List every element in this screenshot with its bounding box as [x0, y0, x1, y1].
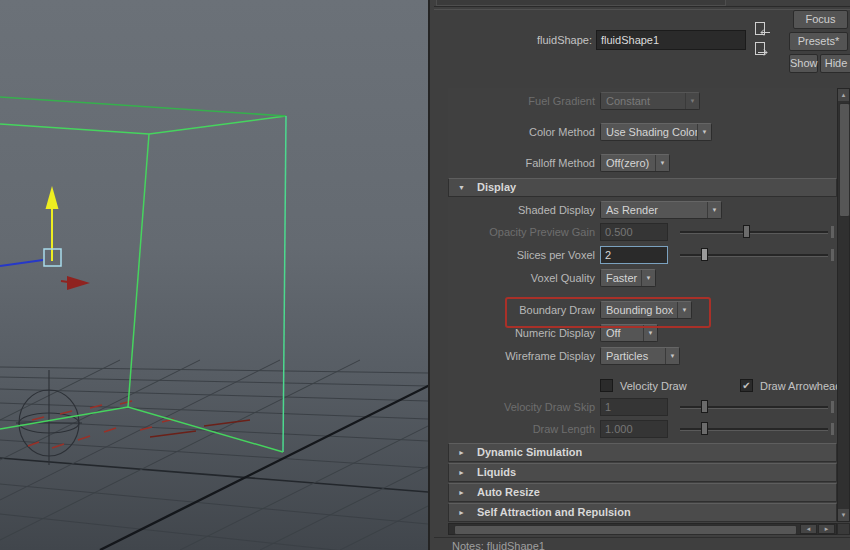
slider-handle[interactable] — [701, 400, 708, 413]
chevron-down-icon: ▼ — [665, 348, 679, 364]
footer-divider — [434, 537, 850, 538]
section-dynamic-simulation[interactable]: ► Dynamic Simulation — [448, 443, 837, 462]
falloff-method-label: Falloff Method — [449, 154, 595, 172]
chevron-down-icon: ▼ — [641, 270, 655, 286]
vertical-scrollbar[interactable]: ▲ ▼ — [837, 88, 850, 522]
color-method-dropdown[interactable]: Use Shading Color ▼ — [600, 123, 712, 141]
slider-end-notch — [831, 401, 834, 413]
wireframe-display-dropdown[interactable]: Particles ▼ — [600, 347, 680, 365]
velocity-draw-skip-field[interactable]: 1 — [600, 398, 668, 416]
maya-window: fluidShape: fluidShape1 Focus Presets* S… — [0, 0, 850, 550]
copy-tab-right-icon[interactable] — [752, 41, 774, 58]
scroll-up-icon[interactable]: ▲ — [838, 89, 849, 101]
viewport-canvas — [0, 0, 428, 550]
section-collapsed-icon: ► — [458, 444, 465, 461]
slider-handle[interactable] — [701, 248, 708, 261]
section-liquids[interactable]: ► Liquids — [448, 463, 837, 482]
fuel-gradient-value: Constant — [601, 93, 685, 109]
show-button[interactable]: Show — [789, 54, 818, 73]
slider-end-notch — [831, 249, 834, 261]
wireframe-display-value: Particles — [601, 348, 665, 364]
fuel-gradient-dropdown[interactable]: Constant ▼ — [600, 92, 700, 110]
attribute-editor-panel: fluidShape: fluidShape1 Focus Presets* S… — [428, 0, 850, 550]
chevron-down-icon: ▼ — [707, 202, 721, 218]
opacity-preview-gain-slider[interactable] — [680, 223, 828, 241]
slider-handle[interactable] — [701, 422, 708, 435]
scroll-left-icon[interactable]: ◄ — [800, 524, 817, 534]
section-collapsed-icon: ► — [458, 504, 465, 521]
section-title: Self Attraction and Repulsion — [477, 504, 631, 521]
draw-length-label: Draw Length — [449, 420, 595, 438]
hide-button[interactable]: Hide — [820, 54, 850, 73]
section-display[interactable]: ▼ Display — [448, 178, 837, 197]
velocity-draw-skip-slider[interactable] — [680, 398, 828, 416]
manipulator-z-axis[interactable] — [0, 260, 43, 266]
move-manipulator[interactable] — [0, 186, 90, 290]
voxel-quality-dropdown[interactable]: Faster ▼ — [600, 269, 656, 287]
chevron-down-icon: ▼ — [643, 325, 657, 341]
slider-groove — [680, 231, 828, 234]
opacity-preview-gain-field[interactable]: 0.500 — [600, 223, 668, 241]
fluidshape-name-field[interactable]: fluidShape1 — [596, 30, 746, 50]
shaded-display-label: Shaded Display — [449, 201, 595, 219]
section-expanded-icon: ▼ — [458, 179, 465, 196]
vertical-scrollbar-thumb[interactable] — [839, 103, 850, 217]
draw-arrowhead-label: Draw Arrowhead — [760, 377, 837, 395]
slider-end-notch — [831, 423, 834, 435]
slider-handle[interactable] — [743, 225, 750, 238]
slices-per-voxel-field[interactable]: 2 — [600, 246, 668, 264]
chevron-down-icon: ▼ — [697, 124, 711, 140]
draw-length-field[interactable]: 1.000 — [600, 420, 668, 438]
attribute-scroll-area: Fuel Gradient Constant ▼ Color Method Us… — [448, 88, 837, 536]
opacity-preview-gain-label: Opacity Preview Gain — [449, 223, 595, 241]
shaded-display-value: As Render — [601, 202, 707, 218]
boundary-draw-dropdown[interactable]: Bounding box ▼ — [600, 301, 692, 319]
manipulator-x-arrowhead[interactable] — [67, 276, 90, 290]
wireframe-display-label: Wireframe Display — [449, 347, 595, 365]
numeric-display-dropdown[interactable]: Off ▼ — [600, 324, 658, 342]
chevron-down-icon: ▼ — [685, 93, 699, 109]
velocity-draw-checkbox[interactable] — [600, 379, 613, 392]
voxel-quality-label: Voxel Quality — [449, 269, 595, 287]
notes-partial-text: Notes: fluidShape1 — [452, 540, 545, 550]
manipulator-x-axis[interactable] — [61, 281, 68, 282]
fuel-gradient-label: Fuel Gradient — [449, 92, 595, 110]
boundary-draw-value: Bounding box — [601, 302, 677, 318]
copy-tab-left-icon[interactable] — [752, 21, 774, 38]
falloff-method-value: Off(zero) — [601, 155, 655, 171]
section-collapsed-icon: ► — [458, 484, 465, 501]
color-method-label: Color Method — [449, 123, 595, 141]
falloff-method-dropdown[interactable]: Off(zero) ▼ — [600, 154, 670, 172]
velocity-draw-skip-label: Velocity Draw Skip — [449, 398, 595, 416]
numeric-display-label: Numeric Display — [449, 324, 595, 342]
voxel-quality-value: Faster — [601, 270, 641, 286]
checkmark-icon: ✔ — [741, 380, 752, 391]
scroll-right-icon[interactable]: ► — [818, 524, 835, 534]
presets-button[interactable]: Presets* — [789, 32, 848, 51]
horizontal-scrollbar-thumb[interactable] — [454, 525, 797, 535]
section-title-display: Display — [477, 179, 516, 196]
shaded-display-dropdown[interactable]: As Render ▼ — [600, 201, 722, 219]
slices-per-voxel-label: Slices per Voxel — [449, 246, 595, 264]
focus-button[interactable]: Focus — [793, 10, 848, 29]
panel-divider — [434, 6, 850, 10]
grid-axis-z — [0, 458, 428, 492]
section-title: Dynamic Simulation — [477, 444, 582, 461]
viewport-3d[interactable] — [0, 0, 428, 550]
numeric-display-value: Off — [601, 325, 643, 341]
section-collapsed-icon: ► — [458, 464, 465, 481]
chevron-down-icon: ▼ — [677, 302, 691, 318]
draw-length-slider[interactable] — [680, 420, 828, 438]
horizontal-scrollbar[interactable]: ◄ ► — [448, 523, 837, 535]
scrollbar-corner — [837, 523, 850, 535]
grid-axis-x — [100, 360, 428, 550]
section-title: Liquids — [477, 464, 516, 481]
boundary-draw-label: Boundary Draw — [449, 301, 595, 319]
draw-arrowhead-checkbox[interactable]: ✔ — [740, 379, 753, 392]
velocity-draw-label: Velocity Draw — [620, 377, 687, 395]
slices-per-voxel-slider[interactable] — [680, 246, 828, 264]
manipulator-y-arrowhead[interactable] — [46, 186, 59, 209]
section-auto-resize[interactable]: ► Auto Resize — [448, 483, 837, 502]
scroll-down-icon[interactable]: ▼ — [838, 509, 849, 521]
section-self-attraction-repulsion[interactable]: ► Self Attraction and Repulsion — [448, 503, 837, 522]
